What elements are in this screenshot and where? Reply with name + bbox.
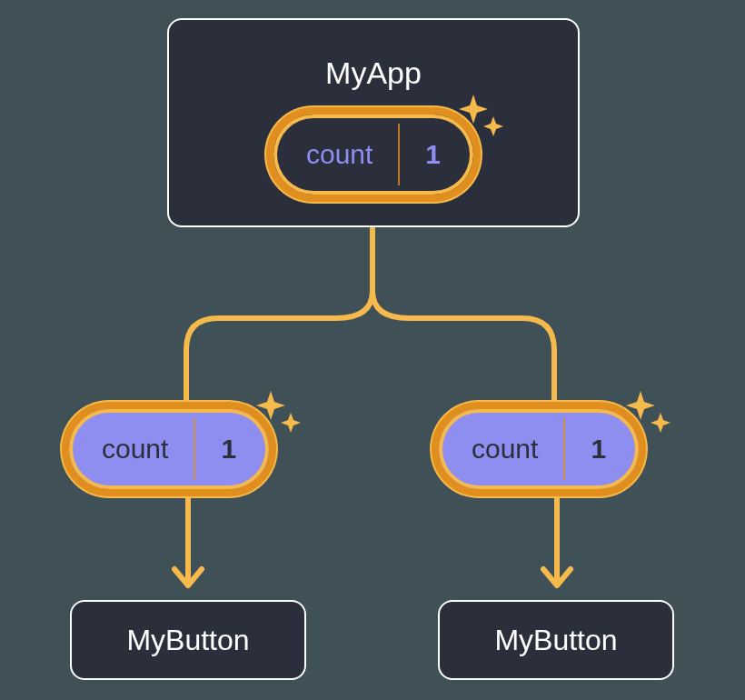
prop-pill-left: count 1	[62, 402, 276, 496]
pill-divider	[194, 418, 195, 480]
prop-label-right: count	[439, 409, 563, 489]
child-component-box-left: MyButton	[70, 600, 306, 680]
child-title-right: MyButton	[494, 624, 617, 657]
parent-state-pill: count 1	[266, 107, 481, 202]
parent-state-value: 1	[400, 115, 473, 195]
pill-divider	[398, 124, 400, 185]
prop-label-left: count	[69, 409, 194, 489]
pill-divider	[563, 418, 565, 480]
parent-title: MyApp	[325, 55, 422, 91]
parent-component-box: MyApp count 1	[167, 18, 580, 227]
parent-state-label: count	[273, 115, 398, 195]
child-title-left: MyButton	[126, 624, 249, 657]
prop-value-right: 1	[565, 409, 639, 489]
arrow-down-icon	[534, 496, 580, 600]
branch-connector	[136, 227, 609, 409]
child-component-box-right: MyButton	[438, 600, 674, 680]
prop-value-left: 1	[195, 409, 269, 489]
arrow-down-icon	[165, 496, 211, 600]
prop-pill-right: count 1	[432, 402, 646, 496]
